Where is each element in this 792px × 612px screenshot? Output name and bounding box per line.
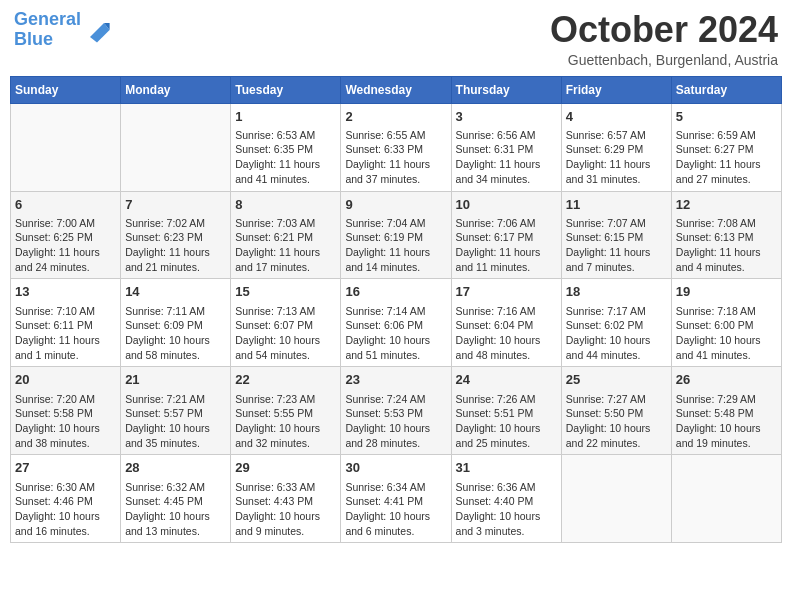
- cell-detail: Sunset: 4:45 PM: [125, 494, 226, 509]
- cell-detail: Sunset: 6:21 PM: [235, 230, 336, 245]
- cell-detail: Sunrise: 6:59 AM: [676, 128, 777, 143]
- day-of-week-header: Friday: [561, 76, 671, 103]
- cell-detail: Sunset: 6:19 PM: [345, 230, 446, 245]
- day-of-week-header: Sunday: [11, 76, 121, 103]
- cell-detail: Sunrise: 7:26 AM: [456, 392, 557, 407]
- calendar-cell: 2Sunrise: 6:55 AMSunset: 6:33 PMDaylight…: [341, 103, 451, 191]
- cell-detail: Sunrise: 7:06 AM: [456, 216, 557, 231]
- cell-detail: Sunrise: 6:55 AM: [345, 128, 446, 143]
- cell-detail: Daylight: 11 hours and 21 minutes.: [125, 245, 226, 274]
- cell-detail: Daylight: 10 hours and 13 minutes.: [125, 509, 226, 538]
- day-of-week-header: Wednesday: [341, 76, 451, 103]
- cell-detail: Daylight: 11 hours and 14 minutes.: [345, 245, 446, 274]
- cell-detail: Daylight: 10 hours and 38 minutes.: [15, 421, 116, 450]
- cell-detail: Sunset: 6:09 PM: [125, 318, 226, 333]
- cell-detail: Sunset: 6:11 PM: [15, 318, 116, 333]
- cell-detail: Sunset: 4:43 PM: [235, 494, 336, 509]
- cell-detail: Daylight: 10 hours and 3 minutes.: [456, 509, 557, 538]
- calendar-cell: 8Sunrise: 7:03 AMSunset: 6:21 PMDaylight…: [231, 191, 341, 279]
- cell-detail: Daylight: 11 hours and 7 minutes.: [566, 245, 667, 274]
- day-number: 15: [235, 283, 336, 301]
- day-of-week-header: Tuesday: [231, 76, 341, 103]
- cell-detail: Sunrise: 7:27 AM: [566, 392, 667, 407]
- calendar-cell: 24Sunrise: 7:26 AMSunset: 5:51 PMDayligh…: [451, 367, 561, 455]
- calendar-cell: 3Sunrise: 6:56 AMSunset: 6:31 PMDaylight…: [451, 103, 561, 191]
- calendar-cell: 13Sunrise: 7:10 AMSunset: 6:11 PMDayligh…: [11, 279, 121, 367]
- cell-detail: Sunset: 6:31 PM: [456, 142, 557, 157]
- day-number: 3: [456, 108, 557, 126]
- day-number: 10: [456, 196, 557, 214]
- cell-detail: Sunset: 6:07 PM: [235, 318, 336, 333]
- cell-detail: Sunset: 4:40 PM: [456, 494, 557, 509]
- page-header: General Blue October 2024 Guettenbach, B…: [10, 10, 782, 68]
- cell-detail: Daylight: 11 hours and 17 minutes.: [235, 245, 336, 274]
- cell-detail: Daylight: 10 hours and 9 minutes.: [235, 509, 336, 538]
- cell-detail: Sunset: 5:51 PM: [456, 406, 557, 421]
- calendar-cell: 28Sunrise: 6:32 AMSunset: 4:45 PMDayligh…: [121, 455, 231, 543]
- calendar-cell: 31Sunrise: 6:36 AMSunset: 4:40 PMDayligh…: [451, 455, 561, 543]
- calendar-cell: 23Sunrise: 7:24 AMSunset: 5:53 PMDayligh…: [341, 367, 451, 455]
- day-number: 2: [345, 108, 446, 126]
- cell-detail: Sunrise: 7:13 AM: [235, 304, 336, 319]
- cell-detail: Daylight: 10 hours and 44 minutes.: [566, 333, 667, 362]
- calendar-cell: 6Sunrise: 7:00 AMSunset: 6:25 PMDaylight…: [11, 191, 121, 279]
- cell-detail: Sunrise: 6:53 AM: [235, 128, 336, 143]
- cell-detail: Daylight: 11 hours and 4 minutes.: [676, 245, 777, 274]
- cell-detail: Sunset: 6:29 PM: [566, 142, 667, 157]
- calendar-cell: 15Sunrise: 7:13 AMSunset: 6:07 PMDayligh…: [231, 279, 341, 367]
- cell-detail: Sunrise: 6:32 AM: [125, 480, 226, 495]
- day-number: 22: [235, 371, 336, 389]
- calendar-week-row: 27Sunrise: 6:30 AMSunset: 4:46 PMDayligh…: [11, 455, 782, 543]
- day-number: 9: [345, 196, 446, 214]
- cell-detail: Daylight: 11 hours and 11 minutes.: [456, 245, 557, 274]
- calendar-cell: 19Sunrise: 7:18 AMSunset: 6:00 PMDayligh…: [671, 279, 781, 367]
- day-number: 30: [345, 459, 446, 477]
- day-number: 26: [676, 371, 777, 389]
- day-number: 19: [676, 283, 777, 301]
- cell-detail: Daylight: 10 hours and 25 minutes.: [456, 421, 557, 450]
- calendar-cell: 10Sunrise: 7:06 AMSunset: 6:17 PMDayligh…: [451, 191, 561, 279]
- calendar-cell: [11, 103, 121, 191]
- day-number: 27: [15, 459, 116, 477]
- calendar-cell: [671, 455, 781, 543]
- calendar-cell: 17Sunrise: 7:16 AMSunset: 6:04 PMDayligh…: [451, 279, 561, 367]
- calendar-cell: 12Sunrise: 7:08 AMSunset: 6:13 PMDayligh…: [671, 191, 781, 279]
- cell-detail: Sunrise: 7:16 AM: [456, 304, 557, 319]
- day-number: 11: [566, 196, 667, 214]
- cell-detail: Daylight: 11 hours and 1 minute.: [15, 333, 116, 362]
- cell-detail: Sunrise: 7:07 AM: [566, 216, 667, 231]
- day-number: 13: [15, 283, 116, 301]
- logo-icon: [83, 16, 111, 44]
- cell-detail: Sunset: 6:17 PM: [456, 230, 557, 245]
- cell-detail: Daylight: 10 hours and 51 minutes.: [345, 333, 446, 362]
- calendar-cell: 9Sunrise: 7:04 AMSunset: 6:19 PMDaylight…: [341, 191, 451, 279]
- cell-detail: Sunset: 6:15 PM: [566, 230, 667, 245]
- cell-detail: Sunrise: 6:36 AM: [456, 480, 557, 495]
- calendar-cell: [561, 455, 671, 543]
- cell-detail: Sunrise: 6:56 AM: [456, 128, 557, 143]
- calendar-cell: 7Sunrise: 7:02 AMSunset: 6:23 PMDaylight…: [121, 191, 231, 279]
- cell-detail: Sunrise: 6:57 AM: [566, 128, 667, 143]
- day-of-week-header: Monday: [121, 76, 231, 103]
- cell-detail: Sunrise: 6:33 AM: [235, 480, 336, 495]
- cell-detail: Daylight: 11 hours and 34 minutes.: [456, 157, 557, 186]
- cell-detail: Sunset: 6:00 PM: [676, 318, 777, 333]
- logo: General Blue: [14, 10, 111, 50]
- calendar-cell: 21Sunrise: 7:21 AMSunset: 5:57 PMDayligh…: [121, 367, 231, 455]
- calendar-cell: 22Sunrise: 7:23 AMSunset: 5:55 PMDayligh…: [231, 367, 341, 455]
- day-number: 28: [125, 459, 226, 477]
- day-number: 23: [345, 371, 446, 389]
- calendar-header-row: SundayMondayTuesdayWednesdayThursdayFrid…: [11, 76, 782, 103]
- cell-detail: Sunset: 6:35 PM: [235, 142, 336, 157]
- cell-detail: Sunrise: 7:24 AM: [345, 392, 446, 407]
- cell-detail: Sunset: 6:02 PM: [566, 318, 667, 333]
- cell-detail: Sunset: 4:46 PM: [15, 494, 116, 509]
- cell-detail: Daylight: 10 hours and 19 minutes.: [676, 421, 777, 450]
- month-title: October 2024: [550, 10, 778, 50]
- calendar-cell: 20Sunrise: 7:20 AMSunset: 5:58 PMDayligh…: [11, 367, 121, 455]
- cell-detail: Daylight: 10 hours and 6 minutes.: [345, 509, 446, 538]
- cell-detail: Daylight: 10 hours and 16 minutes.: [15, 509, 116, 538]
- calendar-cell: 14Sunrise: 7:11 AMSunset: 6:09 PMDayligh…: [121, 279, 231, 367]
- day-number: 4: [566, 108, 667, 126]
- calendar-week-row: 1Sunrise: 6:53 AMSunset: 6:35 PMDaylight…: [11, 103, 782, 191]
